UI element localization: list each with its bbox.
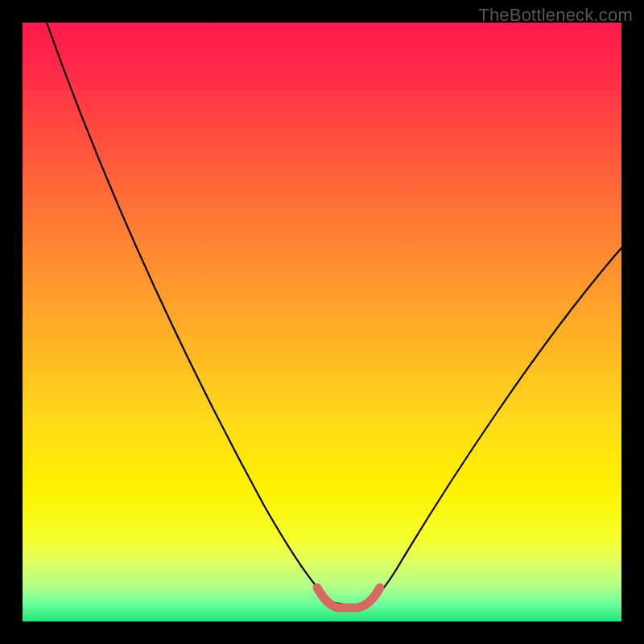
good-range-marker-path [317,588,380,608]
curve-overlay [23,23,621,621]
watermark-text: TheBottleneck.com [478,5,633,26]
chart-frame: TheBottleneck.com [0,0,644,644]
bottleneck-curve-path [47,23,621,608]
plot-area [23,23,621,621]
